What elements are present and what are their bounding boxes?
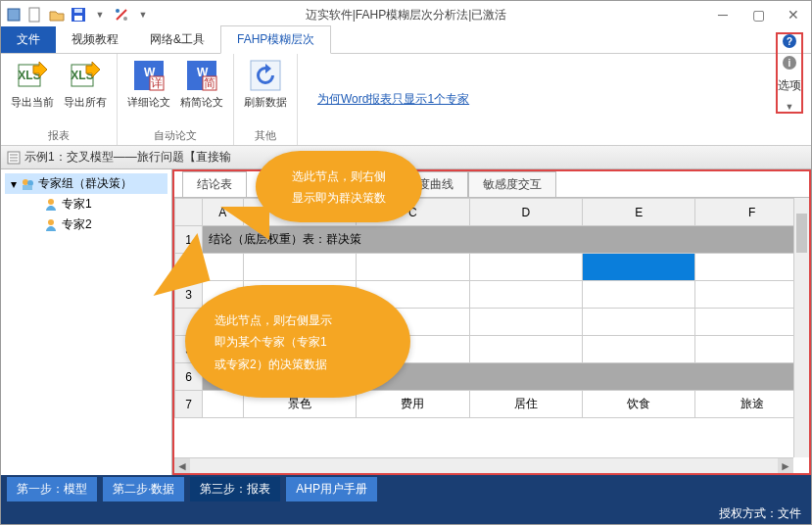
scroll-right-icon: ►	[778, 458, 793, 473]
quick-access-toolbar: ▼ ▼	[5, 6, 152, 24]
group-icon	[21, 177, 34, 191]
dropdown-icon[interactable]: ▼	[91, 6, 109, 24]
callout-group: 选此节点，则右侧 显示即为群决策数	[256, 151, 422, 222]
close-button[interactable]: ✕	[776, 1, 811, 28]
doc-icon	[7, 151, 21, 165]
example-title: 示例1：交叉模型——旅行问题【直接输	[24, 149, 231, 166]
subtab-conclusion[interactable]: 结论表	[182, 171, 247, 197]
dropdown-icon[interactable]: ▼	[134, 6, 152, 24]
tab-video[interactable]: 视频教程	[56, 26, 134, 53]
info-icon[interactable]: i	[783, 56, 796, 70]
tree-panel: ▾ 专家组（群决策） 专家1 专家2	[1, 169, 172, 475]
new-icon[interactable]	[26, 6, 44, 24]
group-other-label: 其他	[255, 128, 276, 143]
btab-manual[interactable]: AHP用户手册	[286, 477, 377, 501]
word-report-link[interactable]: 为何Word报表只显示1个专家	[317, 91, 469, 108]
tab-net[interactable]: 网络&工具	[134, 26, 220, 53]
expand-icon[interactable]: ▾	[11, 177, 17, 191]
tab-fahp[interactable]: FAHP模糊层次	[220, 25, 331, 54]
refresh-button[interactable]: 刷新数据	[244, 58, 287, 110]
svg-rect-0	[8, 9, 20, 21]
svg-point-6	[123, 17, 127, 21]
options-label[interactable]: 选项	[778, 77, 801, 94]
svg-rect-3	[74, 16, 82, 21]
svg-rect-4	[74, 9, 82, 13]
selected-cell[interactable]	[583, 254, 695, 281]
title-bar: ▼ ▼ 迈实软件|FAHP模糊层次分析法|已激活 ─ ▢ ✕	[1, 1, 811, 28]
license-label: 授权方式：文件	[719, 505, 801, 522]
svg-point-24	[23, 179, 28, 185]
app-icon	[5, 6, 23, 24]
bottom-tabs: 第一步：模型 第二步·数据 第三步：报表 AHP用户手册	[1, 475, 811, 502]
export-all-button[interactable]: XLS 导出所有	[64, 58, 107, 110]
chevron-down-icon[interactable]: ▼	[786, 102, 794, 112]
svg-rect-1	[29, 8, 39, 22]
svg-rect-26	[23, 185, 32, 190]
ribbon: XLS 导出当前 XLS 导出所有 报表 W详 详细论文 W简 精简论文 自动论…	[1, 54, 811, 146]
horizontal-scrollbar[interactable]: ◄ ►	[174, 457, 793, 473]
btab-report[interactable]: 第三步：报表	[190, 477, 280, 501]
tree-expert2[interactable]: 专家2	[5, 215, 167, 235]
open-icon[interactable]	[48, 6, 66, 24]
person-icon	[44, 218, 58, 232]
subtab-sensitivity[interactable]: 敏感度交互	[468, 171, 556, 197]
callout-expert: 选此节点，则右侧显示 即为某个专家（专家1 或专家2）的决策数据	[185, 285, 410, 398]
btab-data[interactable]: 第二步·数据	[103, 477, 184, 501]
svg-point-5	[116, 9, 119, 13]
group-report-label: 报表	[48, 128, 70, 143]
svg-text:简: 简	[204, 76, 215, 90]
save-icon[interactable]	[70, 6, 87, 24]
btab-model[interactable]: 第一步：模型	[7, 477, 97, 501]
ribbon-tabs: 文件 视频教程 网络&工具 FAHP模糊层次 ? i 选项 ▼	[1, 28, 811, 54]
svg-point-28	[48, 219, 54, 225]
person-icon	[44, 198, 58, 212]
scroll-left-icon: ◄	[174, 458, 190, 473]
window-title: 迈实软件|FAHP模糊层次分析法|已激活	[306, 7, 507, 24]
minimize-button[interactable]: ─	[705, 1, 740, 28]
tools-icon[interactable]	[113, 6, 130, 24]
maximize-button[interactable]: ▢	[740, 1, 776, 28]
svg-text:详: 详	[151, 76, 163, 90]
status-bar: 授权方式：文件	[1, 502, 811, 524]
tab-file[interactable]: 文件	[1, 26, 56, 53]
tree-root[interactable]: ▾ 专家组（群决策）	[5, 173, 167, 194]
group-autopaper-label: 自动论文	[154, 128, 197, 143]
help-icon[interactable]: ?	[783, 34, 796, 48]
detailed-paper-button[interactable]: W详 详细论文	[127, 58, 170, 110]
vertical-scrollbar[interactable]	[793, 198, 809, 457]
tree-expert1[interactable]: 专家1	[5, 194, 167, 215]
export-current-button[interactable]: XLS 导出当前	[11, 58, 54, 110]
svg-point-27	[48, 199, 54, 205]
simple-paper-button[interactable]: W简 精简论文	[180, 58, 223, 110]
